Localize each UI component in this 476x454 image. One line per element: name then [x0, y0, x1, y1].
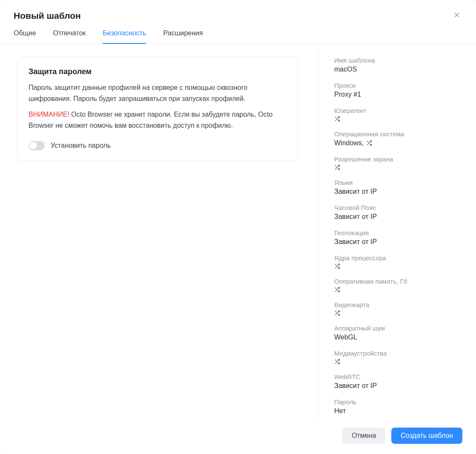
tabs: Общие Отпечаток Безопасность Расширения	[0, 22, 476, 44]
shuffle-icon	[334, 263, 340, 269]
card-warning: ВНИМАНИЕ! Octo Browser не хранит пароли.…	[29, 109, 287, 132]
summary-value: Зависит от IP	[334, 238, 461, 246]
summary-value: WebGL	[334, 333, 461, 341]
shuffle-icon	[334, 116, 340, 122]
modal-body: Защита паролем Пароль защитит данные про…	[0, 44, 476, 420]
summary-value-text: Зависит от IP	[334, 213, 377, 221]
summary-label: Медиаустройства	[334, 350, 461, 357]
summary-item: Часовой ПоясЗависит от IP	[334, 204, 461, 221]
summary-item: Оперативная память, Гб	[334, 278, 461, 293]
password-protection-card: Защита паролем Пароль защитит данные про…	[17, 57, 298, 161]
summary-item: Операционная системаWindows,	[334, 130, 461, 147]
summary-value: Зависит от IP	[334, 382, 461, 390]
summary-value-text: Зависит от IP	[334, 238, 377, 246]
cancel-button[interactable]: Отмена	[342, 428, 385, 444]
summary-value-text: WebGL	[334, 333, 357, 341]
summary-item: ЯзыкиЗависит от IP	[334, 179, 461, 195]
switch-knob	[29, 142, 37, 149]
summary-value	[334, 263, 461, 269]
summary-value	[334, 359, 461, 365]
summary-label: Операционная система	[334, 130, 461, 138]
summary-value	[334, 310, 461, 316]
tab-extensions[interactable]: Расширения	[163, 29, 203, 44]
summary-value	[334, 116, 461, 122]
summary-label: Оперативная память, Гб	[334, 278, 461, 285]
content-pane: Защита паролем Пароль защитит данные про…	[0, 44, 318, 420]
svg-line-10	[335, 165, 336, 167]
summary-item: Разрешение экрана	[334, 155, 461, 170]
summary-value-text: Proxy #1	[334, 91, 361, 98]
shuffle-icon	[334, 359, 340, 365]
modal-title: Новый шаблон	[14, 11, 81, 21]
summary-label: Аппаратный шум	[334, 325, 461, 332]
svg-line-4	[335, 117, 336, 118]
summary-label: Видеокарта	[334, 301, 461, 308]
svg-line-7	[367, 141, 369, 142]
summary-value-text: macOS	[334, 66, 357, 73]
tab-fingerprint[interactable]: Отпечаток	[53, 29, 86, 44]
new-template-modal: Новый шаблон Общие Отпечаток Безопасност…	[0, 0, 476, 454]
card-title: Защита паролем	[29, 67, 287, 76]
summary-pane: Имя шаблонаmacOSПроксиProxy #1ЮзерагентО…	[318, 44, 476, 420]
summary-item: Имя шаблонаmacOS	[334, 57, 461, 73]
summary-value: Нет	[334, 407, 461, 415]
summary-label: Часовой Пояс	[334, 204, 461, 211]
summary-value-text: Нет	[334, 407, 346, 415]
summary-item: ГеолокацияЗависит от IP	[334, 229, 461, 246]
summary-label: Прокси	[334, 82, 461, 89]
summary-value-text: Зависит от IP	[334, 382, 377, 390]
summary-label: Ядра процессора	[334, 254, 461, 261]
summary-label: WebRTC	[334, 373, 461, 380]
create-template-button[interactable]: Создать шаблон	[391, 428, 462, 444]
summary-item: Юзерагент	[334, 107, 461, 122]
summary-value-text: Windows,	[334, 139, 364, 147]
summary-label: Геолокация	[334, 229, 461, 236]
modal-footer: Отмена Создать шаблон	[0, 420, 476, 454]
summary-item: ПроксиProxy #1	[334, 82, 461, 98]
summary-value: Proxy #1	[334, 91, 461, 98]
tab-general[interactable]: Общие	[14, 29, 36, 44]
summary-item: Видеокарта	[334, 301, 461, 316]
summary-label: Языки	[334, 179, 461, 186]
svg-line-22	[335, 359, 336, 361]
summary-item: Ядра процессора	[334, 254, 461, 269]
summary-item: WebRTCЗависит от IP	[334, 373, 461, 390]
summary-label: Юзерагент	[334, 107, 461, 114]
svg-line-16	[335, 287, 336, 289]
warning-prefix: ВНИМАНИЕ!	[29, 111, 69, 118]
set-password-label: Установить пароль	[51, 142, 111, 149]
modal-header: Новый шаблон	[0, 0, 476, 22]
summary-value	[334, 287, 461, 293]
summary-value	[334, 164, 461, 170]
shuffle-icon	[334, 164, 340, 170]
summary-value: macOS	[334, 66, 461, 73]
summary-label: Пароль	[334, 398, 461, 405]
close-icon	[453, 11, 461, 20]
close-button[interactable]	[451, 9, 462, 22]
summary-label: Разрешение экрана	[334, 155, 461, 163]
summary-value-text: Зависит от IP	[334, 188, 377, 195]
summary-item: Медиаустройства	[334, 350, 461, 365]
card-description: Пароль защитит данные профилей на сервер…	[29, 82, 287, 105]
summary-label: Имя шаблона	[334, 57, 461, 64]
shuffle-icon	[334, 310, 340, 316]
shuffle-icon	[366, 140, 372, 146]
tab-security[interactable]: Безопасность	[103, 29, 146, 44]
set-password-switch[interactable]	[29, 141, 45, 150]
summary-value: Зависит от IP	[334, 213, 461, 221]
summary-value: Зависит от IP	[334, 188, 461, 195]
svg-line-19	[335, 311, 336, 312]
summary-item: Аппаратный шумWebGL	[334, 325, 461, 341]
shuffle-icon	[334, 287, 340, 293]
svg-line-13	[335, 264, 336, 265]
summary-item: ПарольНет	[334, 398, 461, 415]
set-password-toggle-row: Установить пароль	[29, 141, 287, 150]
summary-value: Windows,	[334, 139, 461, 147]
